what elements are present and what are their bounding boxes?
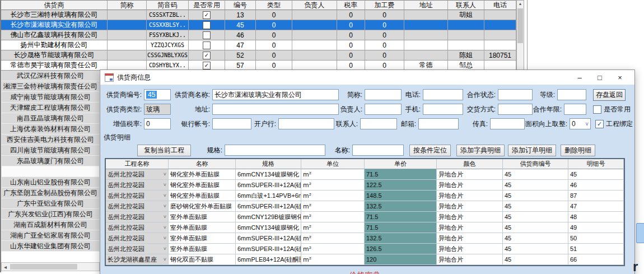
supplier-list-item[interactable]: 四川南玻节能玻璃有限公司: [1, 145, 100, 156]
column-header[interactable]: 供货商: [1, 0, 108, 10]
supplier-list-item[interactable]: 山东南山铝业股份有限公司: [1, 177, 100, 188]
column-header[interactable]: 编号: [225, 0, 256, 10]
grid-row[interactable]: 岳州北控花园˅钢化室外单面贴膜6mmSUPER-III+12A(硅...m²12…: [106, 180, 624, 191]
add-order-detail-button[interactable]: 添加订单明细: [508, 145, 556, 156]
table-row[interactable]: 长沙晟格节能玻璃有限公司CSSGJNBLYXGS✓52000陈姐180751: [1, 50, 516, 61]
grid-column-header[interactable]: 规格: [236, 159, 301, 169]
delivery-input[interactable]: [498, 104, 533, 115]
checkbox-icon[interactable]: [593, 105, 601, 114]
grid-column-header[interactable]: 明细号: [568, 159, 624, 169]
column-header[interactable]: 地址: [404, 0, 448, 10]
common-checkbox[interactable]: [203, 41, 211, 49]
column-header[interactable]: 简称: [108, 0, 147, 10]
name-filter-input[interactable]: [352, 145, 404, 156]
column-header[interactable]: 联系人: [448, 0, 484, 10]
grid-column-header[interactable]: 工程名称: [106, 159, 169, 169]
common-use-checkbox[interactable]: 是否常用: [593, 105, 631, 114]
supplier-name-input[interactable]: 长沙市潇湘玻璃实业有限公司: [212, 89, 339, 100]
supplier-list-item[interactable]: 武汉亿深科技有限公司: [1, 71, 100, 81]
supplier-list-item[interactable]: 湖南百成新材料有限公司: [1, 220, 100, 230]
common-checkbox[interactable]: ✓: [203, 52, 211, 59]
grid-column-header[interactable]: 单价: [365, 159, 437, 169]
vscrollbar-thumb[interactable]: [517, 8, 523, 43]
column-header[interactable]: 加工费: [365, 0, 404, 10]
locate-by-condition-button[interactable]: 按条件定位: [409, 145, 451, 156]
chevron-down-icon[interactable]: ˅: [164, 171, 166, 177]
grid-row[interactable]: 岳州北控花园˅室外单面贴膜6mmSUPER-III+12A(硅...m²132.…: [106, 233, 624, 244]
fax-input[interactable]: [490, 118, 525, 129]
delete-detail-button[interactable]: 删除明细: [561, 145, 595, 156]
dialog-titlebar[interactable]: 供货商信息 – □ ×: [100, 70, 634, 85]
background-scrollbar-thumb[interactable]: [636, 223, 644, 243]
supplier-list-item[interactable]: 西安佳吉美电力科技有限公司: [1, 134, 100, 145]
grid-column-header[interactable]: 名称: [169, 159, 236, 169]
mobile-input[interactable]: [423, 104, 463, 115]
chevron-left-icon[interactable]: ◂: [2, 264, 7, 270]
column-header[interactable]: 电话: [484, 0, 516, 10]
contact-input[interactable]: [360, 118, 397, 129]
copy-current-project-button[interactable]: 复制当前工程: [137, 145, 191, 156]
chevron-down-icon[interactable]: ˅: [164, 246, 166, 252]
save-return-button[interactable]: 存盘返回: [593, 89, 626, 101]
chevron-down-icon[interactable]: ˅: [164, 235, 166, 241]
table-row[interactable]: 长沙市三湘特种玻璃有限公司CSSSXTZBL..✓13000胡姐: [1, 10, 516, 20]
common-checkbox[interactable]: ✓: [203, 11, 211, 19]
supplier-list-item[interactable]: 上海优泰装饰材料有限公司: [1, 124, 100, 134]
manager-input[interactable]: [365, 104, 402, 115]
grid-column-header[interactable]: 单位: [301, 159, 365, 169]
chevron-down-icon[interactable]: ˅: [164, 182, 166, 188]
vat-rate-input[interactable]: 0: [144, 118, 171, 129]
bank-account-input[interactable]: [212, 118, 251, 129]
column-header[interactable]: 类型: [256, 0, 292, 10]
address-input[interactable]: [212, 104, 339, 115]
chevron-up-icon[interactable]: ▲: [517, 1, 524, 6]
common-checkbox[interactable]: [203, 21, 211, 29]
chevron-down-icon[interactable]: ˅: [164, 203, 166, 209]
supplier-list-item[interactable]: 湖南广亚全铝家居有限公司: [1, 230, 100, 241]
supplier-list-item[interactable]: 广东中亚铝业有限公司: [1, 198, 100, 209]
add-dictionary-detail-button[interactable]: 添加字典明细: [456, 145, 505, 156]
close-button[interactable]: ×: [610, 73, 630, 82]
supplier-list-item[interactable]: 山东华建铝业集团有限公司: [1, 241, 100, 252]
supplier-id-input[interactable]: 45: [144, 89, 171, 100]
column-header[interactable]: 税率: [337, 0, 365, 10]
supplier-list-hscrollbar[interactable]: ◂: [1, 262, 100, 271]
bank-name-input[interactable]: [278, 118, 334, 129]
grid-column-header[interactable]: 供货商编号: [503, 159, 568, 169]
short-name-input[interactable]: [365, 89, 402, 100]
grid-row[interactable]: 岳州北控花园˅磨砂钢化室外单面贴膜6mmSUPER-III+12A(硅...m²…: [106, 201, 624, 212]
grid-row[interactable]: 岳州北控花园˅室外单面贴膜6mmSUPER-III+12A(硅...m²126.…: [106, 244, 624, 254]
table-row[interactable]: 长沙市潇湘玻璃实业有限公司CSSXXBLSY..45000: [1, 20, 516, 30]
supplier-list-item[interactable]: 咸宁南玻节能玻璃有限公司: [1, 92, 100, 103]
email-input[interactable]: [418, 118, 459, 129]
chevron-down-icon[interactable]: ˅: [164, 225, 166, 230]
supplier-list-item[interactable]: 广东坚朗五金制品股份有限公司: [1, 188, 100, 198]
grade-input[interactable]: [557, 89, 586, 100]
supplier-list-item[interactable]: 南昌亚晶玻璃有限公司: [1, 113, 100, 124]
common-checkbox[interactable]: [203, 31, 211, 39]
grid-row[interactable]: 长沙龙湖祺鑫星座˅钢化双面不贴膜6mmPLE84+12A(硅酮胶...m²120…: [106, 254, 624, 265]
minimize-button[interactable]: –: [570, 73, 590, 82]
supplier-list-item[interactable]: 天津耀皮工程玻璃有限公司: [1, 103, 100, 113]
spec-filter-input[interactable]: [225, 145, 325, 156]
maximize-button[interactable]: □: [590, 73, 610, 82]
coop-years-input[interactable]: [564, 104, 586, 115]
chevron-down-icon[interactable]: ˅: [164, 257, 166, 262]
chevron-down-icon[interactable]: ˅: [164, 214, 166, 220]
grid-row[interactable]: 岳州北控花园˅钢化室外单面贴膜6mm白玻+1.14PVB+6mm...m²148…: [106, 191, 624, 201]
grid-row[interactable]: 岳州北控花园˅钢化室外单面贴膜6mmCNY134镀膜钢化m²71.5异地合片45…: [106, 169, 624, 180]
area-roundup-select[interactable]: 0 ˅: [570, 118, 591, 129]
supplier-type-input[interactable]: 玻璃: [144, 104, 171, 115]
grid-column-header[interactable]: 颜色: [437, 159, 503, 169]
supplier-list-item[interactable]: 广东兴发铝业(江西)有限公司: [1, 209, 100, 220]
column-header[interactable]: 是否常用: [189, 0, 225, 10]
supplier-table-vscrollbar[interactable]: ▲: [516, 0, 524, 71]
supplier-list-item[interactable]: 东晶玻璃厦门有限公司: [1, 156, 100, 166]
grid-row[interactable]: 岳州北控花园˅室外单面贴膜6mmCNY129B镀膜钢化m²71.5异地合片454…: [106, 212, 624, 222]
checkbox-icon[interactable]: ✓: [595, 120, 604, 128]
grid-row[interactable]: 岳州北控花园˅室外单面贴膜6mmCNY134镀膜钢化m²71.5异地合片4549: [106, 222, 624, 233]
project-bind-checkbox[interactable]: ✓ 工程绑定: [595, 119, 633, 129]
column-header[interactable]: 简音码: [147, 0, 189, 10]
chevron-down-icon[interactable]: ˅: [164, 193, 166, 198]
phone-input[interactable]: [423, 89, 463, 100]
